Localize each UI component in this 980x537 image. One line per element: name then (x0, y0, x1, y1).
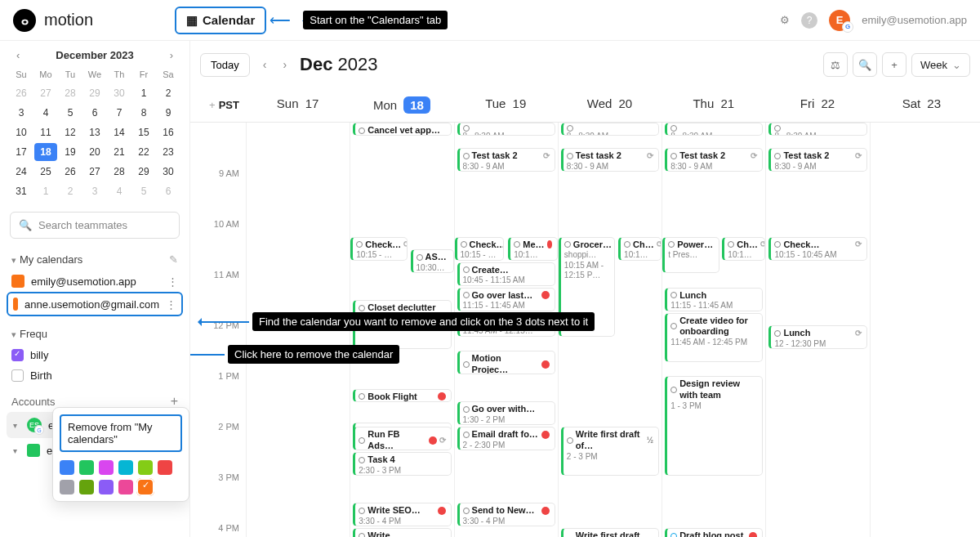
mini-cal-day[interactable]: 5 (59, 104, 82, 122)
calendar-event[interactable]: Write SEO…3:30 - 4 PM (353, 503, 451, 526)
mini-cal-next[interactable]: › (170, 49, 173, 61)
mini-cal-day[interactable]: 9 (157, 104, 180, 122)
mini-cal-day[interactable]: 15 (132, 123, 155, 141)
calendar-event[interactable]: Write first draft of…½2 - 3 PM (561, 427, 659, 476)
mini-cal-day[interactable]: 25 (34, 163, 57, 181)
pencil-icon[interactable]: ✎ (169, 253, 178, 266)
calendar-event[interactable]: Send to New…3:30 - 4 PM (457, 503, 555, 526)
calendar-event[interactable]: Me…10:1… (508, 237, 558, 261)
mini-cal-day[interactable]: 18 (34, 143, 57, 161)
today-button[interactable]: Today (200, 53, 250, 77)
remove-from-my-calendars[interactable]: Remove from "My calendars" (60, 414, 182, 452)
gear-icon[interactable]: ⚙ (780, 14, 790, 26)
mini-cal-day[interactable]: 4 (108, 182, 131, 200)
calendar-event[interactable]: Write first draft of²⁄₂ (561, 528, 659, 537)
calendar-event[interactable]: Email draft fo…2 - 2:30 PM (457, 427, 555, 450)
color-swatch[interactable]: ✓ (138, 480, 153, 494)
calendar-event[interactable]: Go over last…11:15 - 11:45 AM (457, 288, 555, 311)
mini-cal-day[interactable]: 30 (108, 84, 131, 102)
prev-week-button[interactable]: ‹ (260, 55, 270, 74)
filter-button[interactable]: ⚖ (823, 52, 848, 77)
color-swatch[interactable] (118, 480, 133, 494)
mini-cal-day[interactable]: 20 (83, 143, 106, 161)
calendar-event[interactable]: Ch…⟳10:1… (722, 237, 765, 261)
mini-cal-day[interactable]: 11 (34, 123, 57, 141)
calendar-event[interactable]: Test task 2⟳8:30 - 9 AM (665, 148, 763, 172)
calendar-event[interactable]: Go over with…1:30 - 2 PM (457, 401, 555, 425)
mini-cal-day[interactable]: 4 (34, 104, 57, 122)
calendar-menu-button[interactable]: ⋮ (166, 298, 176, 311)
color-swatch[interactable] (158, 460, 172, 475)
mini-cal-day[interactable]: 23 (157, 143, 180, 161)
section-frequently[interactable]: ▾Frequ (7, 323, 183, 345)
mini-cal-day[interactable]: 27 (83, 163, 106, 181)
mini-cal-day[interactable]: 28 (59, 84, 82, 102)
freq-item[interactable]: billy (7, 345, 183, 365)
add-button[interactable]: + (882, 52, 906, 77)
color-swatch[interactable] (99, 460, 114, 475)
mini-cal-day[interactable]: 21 (108, 143, 131, 161)
mini-cal-day[interactable]: 27 (34, 84, 57, 102)
calendar-event[interactable]: Write (353, 528, 451, 537)
mini-cal-day[interactable]: 31 (10, 182, 33, 200)
mini-cal-day[interactable]: 12 (59, 123, 82, 141)
mini-cal-day[interactable]: 2 (157, 84, 180, 102)
calendar-event[interactable]: Motion Projec…12:30 - 1 PM (457, 351, 555, 374)
mini-calendar[interactable]: SuMoTuWeThFrSa26272829301234567891011121… (7, 66, 183, 200)
mini-cal-day[interactable]: 14 (108, 123, 131, 141)
freq-item[interactable]: Birth (7, 365, 183, 386)
search-input[interactable]: 🔍 Search teammates (10, 212, 180, 239)
calendar-event[interactable]: Check…10:15 - … (455, 237, 505, 261)
day-column[interactable] (870, 123, 973, 537)
calendar-event[interactable]: 8 - 8:30 AM (561, 123, 659, 136)
mini-cal-day[interactable]: 26 (10, 84, 33, 102)
calendar-event[interactable]: Check…⟳10:15 - … (350, 237, 407, 261)
calendar-event[interactable]: Book Flight1:15 - 1:15 PM (353, 389, 451, 402)
mini-cal-day[interactable]: 7 (108, 104, 131, 122)
calendar-event[interactable]: 8 - 8:30 AM (457, 123, 555, 136)
color-swatch[interactable] (99, 480, 114, 494)
calendar-event[interactable]: Test task 2⟳8:30 - 9 AM (561, 148, 659, 172)
next-week-button[interactable]: › (279, 55, 290, 74)
mini-cal-day[interactable]: 16 (157, 123, 180, 141)
add-timezone-button[interactable]: + (209, 99, 216, 111)
color-swatch[interactable] (138, 460, 153, 475)
calendar-event[interactable]: 8 - 8:30 AM (768, 123, 866, 136)
mini-cal-day[interactable]: 6 (83, 104, 106, 122)
checkbox[interactable] (11, 369, 24, 382)
calendar-event[interactable]: Create…10:45 - 11:15 AM (457, 262, 555, 286)
mini-cal-day[interactable]: 13 (83, 123, 106, 141)
mini-cal-day[interactable]: 3 (10, 104, 33, 122)
mini-cal-day[interactable]: 10 (10, 123, 33, 141)
calendar-row[interactable]: anne.usemotion@gmail.com⋮ (7, 292, 183, 316)
view-selector[interactable]: Week ⌄ (911, 53, 970, 77)
mini-cal-day[interactable]: 24 (10, 163, 33, 181)
mini-cal-day[interactable]: 29 (83, 84, 106, 102)
checkbox[interactable] (11, 349, 24, 361)
day-column[interactable]: 8 - 8:30 AMTest task 2⟳8:30 - 9 AMCheck…… (765, 123, 869, 537)
color-swatch[interactable] (79, 480, 94, 494)
mini-cal-day[interactable]: 30 (157, 163, 180, 181)
mini-cal-day[interactable]: 26 (59, 163, 82, 181)
calendar-event[interactable]: Test task 2⟳8:30 - 9 AM (768, 148, 866, 172)
calendar-event[interactable]: Draft blog post (665, 528, 763, 537)
calendar-menu-button[interactable]: ⋮ (167, 275, 178, 288)
mini-cal-day[interactable]: 2 (59, 182, 82, 200)
section-my-calendars[interactable]: ▾My calendars ✎ (7, 248, 183, 271)
mini-cal-day[interactable]: 17 (10, 143, 33, 161)
calendar-event[interactable]: Ch…⟳10:1… (618, 237, 662, 261)
search-button[interactable]: 🔍 (853, 52, 877, 77)
calendar-event[interactable]: AS…10:30… (411, 249, 454, 273)
calendar-event[interactable]: Lunch⟳12 - 12:30 PM (768, 325, 866, 349)
mini-cal-day[interactable]: 1 (34, 182, 57, 200)
color-swatch[interactable] (60, 460, 74, 475)
mini-cal-day[interactable]: 22 (132, 143, 155, 161)
calendar-row[interactable]: emily@usemotion.app⋮ (7, 271, 183, 292)
mini-cal-day[interactable]: 5 (132, 182, 155, 200)
mini-cal-day[interactable]: 8 (132, 104, 155, 122)
tab-calendar[interactable]: ▦ Calendar (175, 7, 266, 34)
mini-cal-day[interactable]: 19 (59, 143, 82, 161)
calendar-event[interactable]: Cancel vet app… (353, 123, 451, 136)
mini-cal-day[interactable]: 29 (132, 163, 155, 181)
calendar-event[interactable]: Design review with team1 - 3 PM (665, 376, 763, 476)
